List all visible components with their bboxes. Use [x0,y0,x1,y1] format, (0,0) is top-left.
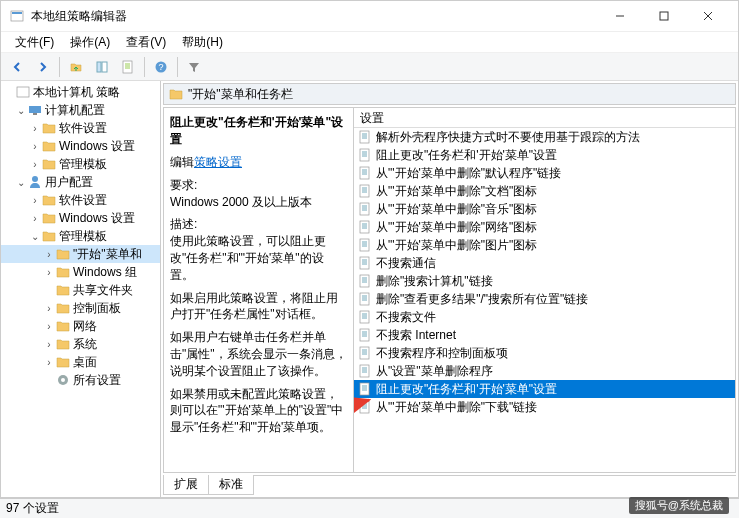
tree-item[interactable]: ›软件设置 [1,119,160,137]
setting-icon [358,328,372,342]
svg-rect-15 [29,106,41,113]
svg-point-17 [32,176,38,182]
properties-button[interactable] [116,56,140,78]
tree-root[interactable]: 本地计算机 策略 [1,83,160,101]
edit-policy-link[interactable]: 策略设置 [194,155,242,169]
svg-rect-25 [360,149,369,161]
close-button[interactable] [686,2,730,30]
watermark: 搜狐号@系统总裁 [629,497,729,514]
svg-text:?: ? [158,62,163,72]
tree-button[interactable] [90,56,114,78]
tree-computer-config[interactable]: ⌄计算机配置 [1,101,160,119]
svg-point-19 [61,378,65,382]
filter-button[interactable] [182,56,206,78]
list-item[interactable]: 从"'开始'菜单中删除"默认程序"链接 [354,164,735,182]
tree-start-menu[interactable]: ›"开始"菜单和 [1,245,160,263]
tree-item[interactable]: 共享文件夹 [1,281,160,299]
setting-icon [358,238,372,252]
tree-item[interactable]: ›Windows 设置 [1,137,160,155]
svg-rect-65 [360,329,369,341]
list-item[interactable]: 删除"搜索计算机"链接 [354,272,735,290]
setting-icon [358,274,372,288]
svg-rect-53 [360,275,369,287]
list-item[interactable]: 不搜索文件 [354,308,735,326]
list-item[interactable]: 从"'开始'菜单中删除"网络"图标 [354,218,735,236]
list-item[interactable]: 删除"查看更多结果"/"搜索所有位置"链接 [354,290,735,308]
minimize-button[interactable] [598,2,642,30]
path-text: "开始"菜单和任务栏 [188,86,293,103]
menubar: 文件(F) 操作(A) 查看(V) 帮助(H) [1,31,738,53]
tree-panel[interactable]: 本地计算机 策略 ⌄计算机配置 ›软件设置 ›Windows 设置 ›管理模板 … [1,81,161,497]
tab-extended[interactable]: 扩展 [163,475,209,495]
list-item[interactable]: 阻止更改"任务栏和'开始'菜单"设置 [354,380,735,398]
menu-file[interactable]: 文件(F) [7,32,62,53]
list-item[interactable]: 解析外壳程序快捷方式时不要使用基于跟踪的方法 [354,128,735,146]
svg-rect-73 [360,365,369,377]
svg-rect-41 [360,221,369,233]
svg-rect-6 [97,62,101,72]
svg-rect-7 [102,62,107,72]
folder-icon [168,86,184,102]
titlebar: 本地组策略编辑器 [1,1,738,31]
setting-icon [358,166,372,180]
tab-strip: 扩展 标准 [163,475,736,495]
setting-icon [358,202,372,216]
back-button[interactable] [5,56,29,78]
svg-rect-81 [360,401,369,413]
tree-item[interactable]: ›桌面 [1,353,160,371]
setting-icon [358,292,372,306]
setting-icon [358,310,372,324]
tree-item[interactable]: ›Windows 设置 [1,209,160,227]
tree-item[interactable]: ›网络 [1,317,160,335]
settings-list[interactable]: 设置 解析外壳程序快捷方式时不要使用基于跟踪的方法阻止更改"任务栏和'开始'菜单… [354,108,735,472]
list-item[interactable]: 从"'开始'菜单中删除"下载"链接 [354,398,735,416]
setting-title: 阻止更改"任务栏和'开始'菜单"设置 [170,115,343,146]
svg-rect-45 [360,239,369,251]
list-item[interactable]: 从"'开始'菜单中删除"图片"图标 [354,236,735,254]
tree-admin-templates[interactable]: ⌄管理模板 [1,227,160,245]
setting-icon [358,148,372,162]
svg-rect-61 [360,311,369,323]
path-bar: "开始"菜单和任务栏 [163,83,736,105]
toolbar: ? [1,53,738,81]
list-item[interactable]: 从"'开始'菜单中删除"音乐"图标 [354,200,735,218]
up-button[interactable] [64,56,88,78]
list-item[interactable]: 不搜索通信 [354,254,735,272]
tree-item[interactable]: ›系统 [1,335,160,353]
tree-user-config[interactable]: ⌄用户配置 [1,173,160,191]
setting-icon [358,364,372,378]
setting-icon [358,130,372,144]
setting-icon [358,220,372,234]
description-panel: 阻止更改"任务栏和'开始'菜单"设置 编辑策略设置 要求:Windows 200… [164,108,354,472]
tree-item[interactable]: ›软件设置 [1,191,160,209]
svg-rect-33 [360,185,369,197]
app-icon [9,8,25,24]
tab-standard[interactable]: 标准 [208,475,254,495]
svg-rect-49 [360,257,369,269]
tree-item[interactable]: ›管理模板 [1,155,160,173]
menu-help[interactable]: 帮助(H) [174,32,231,53]
window-title: 本地组策略编辑器 [31,8,598,25]
svg-rect-77 [360,383,369,395]
tree-item[interactable]: ›Windows 组 [1,263,160,281]
list-header[interactable]: 设置 [354,108,735,128]
tree-item[interactable]: ›控制面板 [1,299,160,317]
svg-rect-16 [33,113,37,115]
list-item[interactable]: 从"设置"菜单删除程序 [354,362,735,380]
tree-all-settings[interactable]: 所有设置 [1,371,160,389]
maximize-button[interactable] [642,2,686,30]
svg-rect-1 [12,12,22,14]
list-item[interactable]: 不搜索 Internet [354,326,735,344]
svg-rect-57 [360,293,369,305]
forward-button[interactable] [31,56,55,78]
menu-action[interactable]: 操作(A) [62,32,118,53]
setting-icon [358,346,372,360]
svg-rect-21 [360,131,369,143]
menu-view[interactable]: 查看(V) [118,32,174,53]
setting-icon [358,184,372,198]
svg-rect-69 [360,347,369,359]
list-item[interactable]: 从"'开始'菜单中删除"文档"图标 [354,182,735,200]
list-item[interactable]: 阻止更改"任务栏和'开始'菜单"设置 [354,146,735,164]
help-button[interactable]: ? [149,56,173,78]
list-item[interactable]: 不搜索程序和控制面板项 [354,344,735,362]
